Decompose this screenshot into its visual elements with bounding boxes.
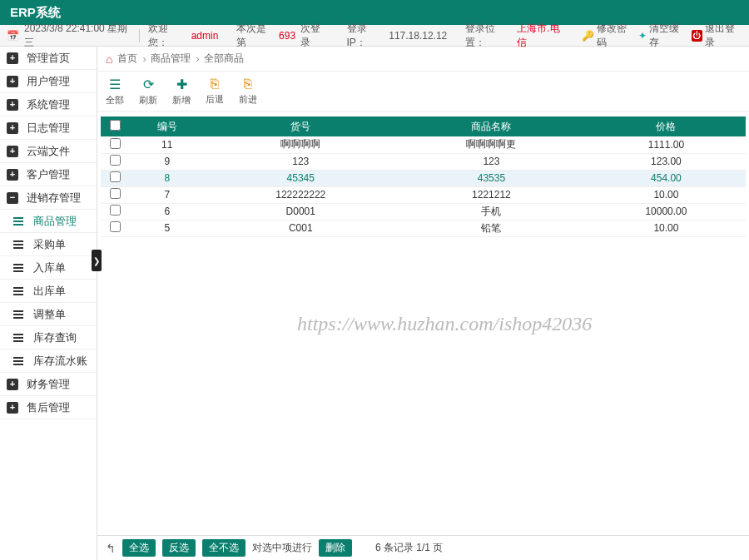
product-table: 编号货号商品名称价格 11啊啊啊啊啊啊啊啊更1111.009123123123.… bbox=[101, 116, 746, 237]
cell-name: 123 bbox=[396, 153, 587, 170]
breadcrumb-home[interactable]: 首页 bbox=[117, 52, 137, 66]
expand-icon: − bbox=[7, 192, 18, 204]
toolbar-all-button[interactable]: ☰全部 bbox=[106, 77, 124, 107]
select-none-button[interactable]: 全不选 bbox=[202, 539, 246, 557]
sidebar-label: 管理首页 bbox=[27, 51, 70, 66]
table-row[interactable]: 6D0001手机10000.00 bbox=[101, 203, 746, 220]
sidebar-item-13[interactable]: 库存流水账 bbox=[0, 349, 97, 373]
welcome-label: 欢迎您： bbox=[148, 22, 186, 50]
broom-icon: ✦ bbox=[638, 30, 647, 42]
sidebar-item-11[interactable]: 调整单 bbox=[0, 303, 97, 326]
row-checkbox-cell bbox=[101, 136, 129, 153]
content-panel: ⌂ 首页 › 商品管理 › 全部商品 ☰全部 ⟳刷新 ✚新增 ⎘后退 ⎘前进 编… bbox=[97, 47, 749, 560]
sidebar-item-6[interactable]: −进销存管理 bbox=[0, 186, 97, 210]
home-icon[interactable]: ⌂ bbox=[106, 52, 112, 66]
sidebar-item-9[interactable]: 入库单 bbox=[0, 256, 97, 280]
select-all-button[interactable]: 全选 bbox=[122, 539, 156, 557]
sidebar-item-3[interactable]: +日志管理 bbox=[0, 116, 97, 140]
sidebar-label: 库存查询 bbox=[33, 330, 77, 345]
list-icon bbox=[13, 217, 25, 225]
cell-name: 手机 bbox=[396, 203, 587, 220]
breadcrumb-mid[interactable]: 商品管理 bbox=[151, 52, 191, 66]
change-password-link[interactable]: 🔑修改密码 bbox=[582, 22, 633, 50]
toolbar-refresh-button[interactable]: ⟳刷新 bbox=[139, 77, 157, 107]
expand-icon: + bbox=[7, 402, 18, 414]
power-icon: ⏻ bbox=[692, 30, 702, 42]
cell-price: 123.00 bbox=[587, 153, 746, 170]
sidebar-item-7[interactable]: 商品管理 bbox=[0, 210, 97, 233]
sidebar-label: 财务管理 bbox=[27, 377, 70, 392]
visit-suffix: 次登录 bbox=[300, 22, 329, 50]
cell-id: 6 bbox=[129, 203, 206, 220]
cell-price: 10000.00 bbox=[587, 203, 746, 220]
sidebar-label: 库存流水账 bbox=[33, 354, 87, 369]
table-row[interactable]: 84534543535454.00 bbox=[101, 170, 746, 186]
row-checkbox-cell bbox=[101, 220, 129, 236]
sidebar-label: 采购单 bbox=[33, 237, 66, 252]
col-header: 商品名称 bbox=[396, 116, 587, 136]
col-header: 编号 bbox=[129, 116, 206, 136]
col-header: 货号 bbox=[206, 116, 396, 136]
forward-icon: ⎘ bbox=[244, 77, 252, 92]
col-checkbox bbox=[101, 116, 129, 136]
expand-icon: + bbox=[7, 146, 18, 157]
current-user: admin bbox=[191, 30, 219, 42]
loc-value: 上海市.电信 bbox=[517, 22, 567, 50]
pager-info: 6 条记录 1/1 页 bbox=[375, 541, 443, 555]
table-row[interactable]: 7122222222122121210.00 bbox=[101, 186, 746, 203]
sidebar-item-14[interactable]: +财务管理 bbox=[0, 373, 97, 396]
select-all-checkbox[interactable] bbox=[110, 120, 121, 131]
cell-name: 啊啊啊啊更 bbox=[396, 136, 587, 153]
row-checkbox[interactable] bbox=[110, 138, 121, 149]
action-label: 对选中项进行 bbox=[252, 541, 312, 555]
back-icon: ⎘ bbox=[211, 77, 219, 92]
cell-price: 10.00 bbox=[587, 186, 746, 203]
sidebar-item-2[interactable]: +系统管理 bbox=[0, 93, 97, 116]
expand-icon: + bbox=[7, 379, 18, 390]
expand-icon: + bbox=[7, 99, 18, 111]
sidebar-item-8[interactable]: 采购单 bbox=[0, 233, 97, 256]
cell-sku: 啊啊啊啊 bbox=[206, 136, 396, 153]
sidebar-label: 入库单 bbox=[33, 260, 66, 275]
table-row[interactable]: 5C001铅笔10.00 bbox=[101, 220, 746, 236]
row-checkbox[interactable] bbox=[110, 155, 121, 166]
sidebar-item-5[interactable]: +客户管理 bbox=[0, 163, 97, 186]
cell-name: 1221212 bbox=[396, 186, 587, 203]
sidebar-item-0[interactable]: +管理首页 bbox=[0, 47, 97, 70]
table-row[interactable]: 11啊啊啊啊啊啊啊啊更1111.00 bbox=[101, 136, 746, 153]
list-icon bbox=[13, 310, 25, 319]
key-icon: 🔑 bbox=[582, 30, 594, 42]
toolbar-forward-button[interactable]: ⎘前进 bbox=[239, 77, 257, 106]
clear-cache-link[interactable]: ✦清空缓存 bbox=[638, 22, 687, 50]
row-checkbox[interactable] bbox=[110, 171, 121, 182]
logout-link[interactable]: ⏻退出登录 bbox=[692, 22, 742, 50]
cell-price: 454.00 bbox=[587, 170, 746, 186]
sidebar-item-1[interactable]: +用户管理 bbox=[0, 70, 97, 93]
sidebar-label: 用户管理 bbox=[27, 74, 70, 89]
list-icon bbox=[13, 357, 25, 365]
sidebar-label: 系统管理 bbox=[27, 97, 70, 112]
sidebar-item-15[interactable]: +售后管理 bbox=[0, 396, 97, 419]
row-checkbox[interactable] bbox=[110, 221, 121, 232]
cell-id: 7 bbox=[129, 186, 206, 203]
breadcrumb-leaf: 全部商品 bbox=[204, 52, 244, 66]
toolbar-back-button[interactable]: ⎘后退 bbox=[206, 77, 224, 106]
sidebar-toggle[interactable]: ❯ bbox=[92, 250, 102, 271]
toolbar: ☰全部 ⟳刷新 ✚新增 ⎘后退 ⎘前进 bbox=[97, 72, 749, 112]
row-checkbox-cell bbox=[101, 170, 129, 186]
ip-value: 117.18.12.12 bbox=[389, 30, 447, 42]
row-checkbox[interactable] bbox=[110, 188, 121, 199]
list-icon: ☰ bbox=[109, 77, 121, 92]
row-checkbox[interactable] bbox=[110, 205, 121, 216]
delete-button[interactable]: 删除 bbox=[319, 539, 352, 557]
sidebar-item-10[interactable]: 出库单 bbox=[0, 280, 97, 303]
visit-count: 693 bbox=[279, 30, 295, 42]
invert-button[interactable]: 反选 bbox=[162, 539, 196, 557]
cell-name: 铅笔 bbox=[396, 220, 587, 236]
chevron-right-icon: › bbox=[196, 53, 199, 65]
visit-prefix: 本次是第 bbox=[236, 22, 274, 50]
sidebar-item-12[interactable]: 库存查询 bbox=[0, 326, 97, 349]
toolbar-add-button[interactable]: ✚新增 bbox=[172, 77, 191, 107]
table-row[interactable]: 9123123123.00 bbox=[101, 153, 746, 170]
sidebar-item-4[interactable]: +云端文件 bbox=[0, 140, 97, 163]
